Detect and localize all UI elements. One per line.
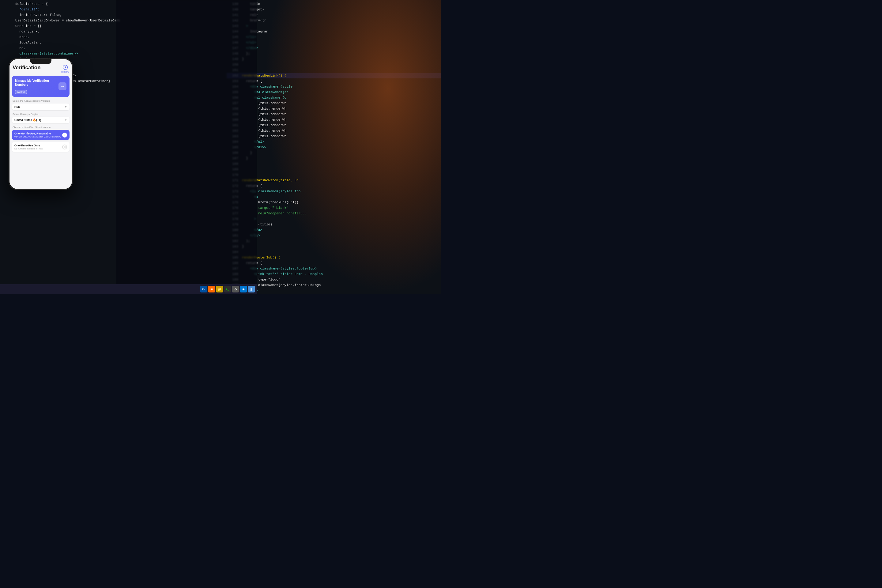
card-content: Manage My Verification Numbers WeChat xyxy=(15,79,56,94)
app-dropdown[interactable]: RED ▼ xyxy=(12,104,69,110)
trash-icon[interactable]: 🗑 xyxy=(248,286,255,292)
card-arrow[interactable]: → xyxy=(58,82,66,90)
plan-monthly[interactable]: One-Month-Use, Renewable 0.5¢ 1st SMS, 0… xyxy=(12,130,69,140)
plan-monthly-name: One-Month-Use, Renewable xyxy=(14,132,61,135)
manage-card[interactable]: Manage My Verification Numbers WeChat → xyxy=(12,76,69,97)
phone-inner: Verification History Manage My Verificat… xyxy=(9,59,72,189)
taskbar: Ps Ai 📁 >_ ⚙ ◉ 🗑 xyxy=(0,284,257,294)
plan-onetime-desc: No numbers available for now. xyxy=(14,148,43,150)
plan-onetime[interactable]: One-Time-Use Only No numbers available f… xyxy=(12,142,69,152)
app-select-label: Select the App/Website to Validate xyxy=(12,99,69,102)
plan-monthly-check: ✓ xyxy=(62,133,67,138)
plan-select-label: Choose a New Plan / Used Number xyxy=(12,126,69,129)
plan-onetime-check xyxy=(62,144,67,150)
country-value: United States 🔥(+1) xyxy=(14,118,41,122)
card-title: Manage My Verification Numbers xyxy=(15,79,56,87)
country-select-label: Select Country / Region xyxy=(12,113,69,116)
illustrator-icon[interactable]: Ai xyxy=(208,286,215,292)
browser-icon[interactable]: ◉ xyxy=(240,286,247,292)
phone-screen: Verification History Manage My Verificat… xyxy=(9,59,72,189)
plan-onetime-content: One-Time-Use Only No numbers available f… xyxy=(14,144,43,150)
person-silhouette xyxy=(263,0,441,294)
history-label: History xyxy=(61,70,69,73)
phone-outer: Verification History Manage My Verificat… xyxy=(9,58,73,190)
photoshop-icon[interactable]: Ps xyxy=(200,286,207,292)
center-blur xyxy=(116,0,257,294)
country-chevron-icon: ▼ xyxy=(64,119,67,122)
phone-header: Verification History xyxy=(12,64,69,73)
settings-icon[interactable]: ⚙ xyxy=(232,286,239,292)
plan-monthly-content: One-Month-Use, Renewable 0.5¢ 1st SMS, 0… xyxy=(14,132,61,138)
country-dropdown[interactable]: United States 🔥(+1) ▼ xyxy=(12,117,69,123)
app-chevron-icon: ▼ xyxy=(64,106,67,108)
phone-mockup: Verification History Manage My Verificat… xyxy=(9,58,73,187)
app-value: RED xyxy=(14,105,20,108)
page-title: Verification xyxy=(12,64,41,71)
history-button[interactable]: History xyxy=(61,64,69,73)
plan-monthly-desc: 0.5¢ 1st SMS, 0.1¢/SMS after, 0.5¢/Month… xyxy=(14,136,61,138)
folder-icon[interactable]: 📁 xyxy=(216,286,223,292)
taskbar-icons: Ps Ai 📁 >_ ⚙ ◉ 🗑 xyxy=(200,286,255,292)
terminal-icon[interactable]: >_ xyxy=(224,286,231,292)
plan-onetime-name: One-Time-Use Only xyxy=(14,144,43,147)
wechat-badge: WeChat xyxy=(15,90,27,94)
phone-notch xyxy=(30,59,51,64)
